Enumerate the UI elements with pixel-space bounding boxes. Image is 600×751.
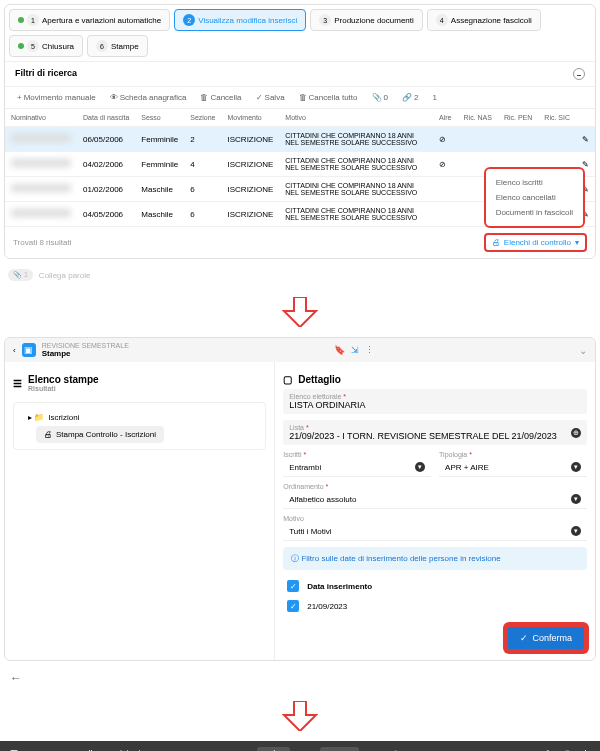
results-count: Trovati 8 risultati (13, 238, 71, 247)
zoom-level: 100% (320, 747, 359, 751)
dropdown-item[interactable]: Documenti in fascicoli (492, 205, 577, 220)
info-banner: ⓘ Filtro sulle date di inserimento delle… (283, 547, 587, 570)
col-nominativo: Nominativo (5, 109, 77, 127)
date-checkbox[interactable]: ✓ (287, 580, 299, 592)
arrow-down-icon (0, 701, 600, 731)
confirm-button[interactable]: ✓ Conferma (505, 624, 587, 652)
dettaglio-title: Dettaglio (298, 374, 341, 385)
chevron-down-icon: ▾ (575, 238, 579, 247)
col-mot: Motivo (279, 109, 433, 127)
list-icon: ☰ (13, 378, 22, 389)
lista-label: Lista (289, 424, 304, 431)
rotate-icon[interactable]: ⟳ (412, 747, 428, 751)
tab-5[interactable]: 5Chiusura (9, 35, 83, 57)
ord-value[interactable]: Alfabetico assoluto (289, 495, 356, 504)
attachment-badge[interactable]: 📎 1 (8, 269, 33, 281)
date-value: 21/09/2023 (307, 602, 347, 611)
tree-folder[interactable]: ▸ 📁 Iscrizioni (20, 409, 259, 426)
date-check-label: Data inserimento (307, 582, 372, 591)
col-dob: Data di nascita (77, 109, 135, 127)
app-icon: ▣ (22, 343, 36, 357)
filter-header: Filtri di ricerca (15, 68, 77, 80)
bookmark-icon[interactable]: 🔖 (334, 345, 345, 355)
date-value-checkbox[interactable]: ✓ (287, 600, 299, 612)
detail-icon: ▢ (283, 374, 292, 385)
control-lists-trigger[interactable]: 🖨 Elenchi di controllo ▾ (484, 233, 587, 252)
attach-count[interactable]: 📎 0 (368, 91, 392, 104)
tree-leaf-stampa[interactable]: 🖨 Stampa Controllo - Iscrizioni (36, 426, 164, 443)
chevron-down-icon[interactable]: ▾ (571, 462, 581, 472)
tab-3[interactable]: 3Produzione documenti (310, 9, 423, 31)
link-words[interactable]: Collega parole (39, 271, 91, 280)
tab-4[interactable]: 4Assegnazione fascicoli (427, 9, 541, 31)
chevron-down-icon[interactable]: ▾ (571, 526, 581, 536)
tab-1[interactable]: 1Apertura e variazioni automatiche (9, 9, 170, 31)
chevron-left-icon[interactable]: ‹ (13, 346, 16, 355)
cancel-all-button[interactable]: 🗑 Cancella tutto (295, 91, 362, 104)
filter-collapse-icon[interactable]: – (573, 68, 585, 80)
tipo-label: Tipologia (439, 451, 467, 458)
col-ricsic: Ric. SIC (538, 109, 576, 127)
arrow-down-icon (0, 297, 600, 327)
back-button[interactable]: ← (0, 665, 600, 691)
control-lists-menu: Elenco iscrittiElenco cancellatiDocument… (484, 167, 585, 228)
anagraphic-card-button[interactable]: 👁 Scheda anagrafica (106, 91, 191, 104)
tipo-value[interactable]: APR + AIRE (445, 463, 489, 472)
motivo-value[interactable]: Tutti i Motivi (289, 527, 331, 536)
iscritti-label: Iscritti (283, 451, 301, 458)
lista-value: 21/09/2023 - I TORN. REVISIONE SEMESTRAL… (289, 431, 556, 441)
more-count[interactable]: 1 (428, 91, 440, 104)
link-count[interactable]: 🔗 2 (398, 91, 422, 104)
print-icon: 🖨 (492, 238, 500, 247)
delete-button[interactable]: 🗑 Cancella (196, 91, 245, 104)
iscritti-value[interactable]: Entrambi (289, 463, 321, 472)
chevron-down-icon[interactable]: ▾ (415, 462, 425, 472)
chevron-down-icon[interactable]: ▾ (571, 494, 581, 504)
fit-page-icon[interactable]: ⇕ (388, 747, 404, 751)
col-sex: Sesso (135, 109, 184, 127)
compress-icon[interactable]: ⇲ (351, 345, 359, 355)
elenco-title: Elenco stampe (28, 374, 99, 385)
tab-2[interactable]: 2Visualizza modifica inserisci (174, 9, 306, 31)
dest-label: Elenco elettorale (289, 393, 341, 400)
col-ricpen: Ric. PEN (498, 109, 538, 127)
dropdown-item[interactable]: Elenco iscritti (492, 175, 577, 190)
lista-select-icon[interactable]: ⊕ (571, 428, 581, 438)
dest-value: LISTA ORDINARIA (289, 400, 581, 410)
dropdown-item[interactable]: Elenco cancellati (492, 190, 577, 205)
zoom-in-button[interactable]: + (367, 747, 380, 751)
col-ricnas: Ric. NAS (458, 109, 498, 127)
more-icon[interactable]: ⋮ (365, 345, 374, 355)
panel-collapse-icon[interactable]: ⌄ (579, 345, 587, 356)
zoom-out-button[interactable]: − (298, 747, 311, 751)
table-row[interactable]: 06/05/2006Femminile2ISCRIZIONECITTADINI … (5, 127, 595, 152)
add-movement-button[interactable]: + Movimento manuale (13, 91, 100, 104)
elenco-sub: Risultati (28, 385, 99, 392)
save-button[interactable]: ✓ Salva (252, 91, 289, 104)
ord-label: Ordinamento (283, 483, 323, 490)
page-title: Stampe (42, 349, 129, 358)
motivo-label: Motivo (283, 515, 587, 522)
col-sec: Sezione (184, 109, 221, 127)
col-aire: Aire (433, 109, 457, 127)
pdf-page-info: 1 / 1 (257, 747, 291, 751)
breadcrumb: REVISIONE SEMESTRALE (42, 342, 129, 349)
col-mov: Movimento (222, 109, 280, 127)
edit-row-button[interactable]: ✎ (576, 127, 595, 152)
tab-6[interactable]: 6Stampe (87, 35, 148, 57)
